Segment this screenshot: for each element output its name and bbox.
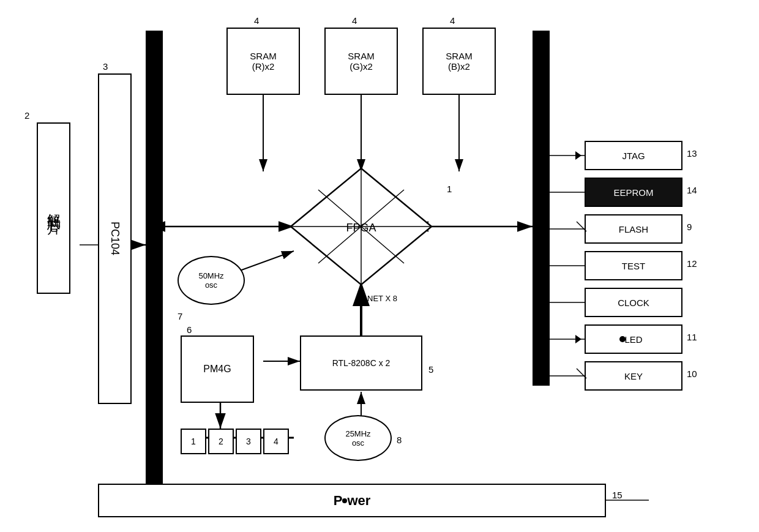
key-label: KEY: [624, 371, 643, 381]
flash-ref: 9: [687, 222, 692, 232]
pm4g-ref: 6: [187, 324, 192, 335]
sram-g-ref: 4: [352, 15, 357, 26]
clock-box: CLOCK: [585, 288, 682, 317]
left-bus-bar: [146, 31, 163, 496]
eeprom-label: EEPROM: [613, 187, 653, 198]
net-label: NET X 8: [367, 294, 397, 303]
sram-r-label: SRAM(R)x2: [250, 51, 276, 72]
power-label: Pwer: [334, 493, 371, 509]
pm4g-box: PM4G: [181, 335, 254, 403]
diagram-container: 解码芯片 2 PC104 3 SRAM(R)x2 4 SRAM(G)x2 4 S…: [0, 0, 759, 532]
decoder-label: 解码芯片: [45, 203, 63, 213]
sram-b-box: SRAM(B)x2: [422, 28, 496, 95]
flash-box: FLASH: [585, 214, 682, 244]
test-label: TEST: [622, 261, 645, 271]
led-ref: 11: [687, 332, 697, 342]
key-box: KEY: [585, 361, 682, 391]
decoder-chip: 解码芯片: [37, 122, 70, 294]
osc25-oval: 25MHzosc: [324, 415, 392, 461]
osc25-label: 25MHzosc: [345, 429, 370, 448]
rtl-label: RTL-8208C x 2: [332, 358, 391, 368]
fpga-diamond: FPGA: [288, 165, 435, 288]
svg-marker-33: [575, 151, 581, 160]
pc104-label: PC104: [108, 222, 121, 255]
osc50-ref: 7: [178, 311, 182, 321]
flash-label: FLASH: [619, 224, 648, 234]
sram-g-label: SRAM(G)x2: [348, 51, 374, 72]
rtl-box: RTL-8208C x 2: [300, 335, 422, 391]
clock-label: CLOCK: [618, 298, 649, 308]
jtag-label: JTAG: [622, 151, 645, 161]
pc104-box: PC104: [98, 73, 132, 404]
port-1: 1: [181, 429, 206, 454]
led-box: LED: [585, 324, 682, 354]
port-2: 2: [208, 429, 234, 454]
fpga-ref: 1: [447, 184, 452, 194]
sram-b-ref: 4: [450, 15, 455, 26]
eeprom-ref: 14: [687, 185, 697, 195]
svg-marker-32: [575, 335, 581, 343]
pc104-ref: 3: [103, 61, 108, 72]
port-3: 3: [236, 429, 261, 454]
port-4: 4: [263, 429, 289, 454]
sram-r-ref: 4: [254, 15, 259, 26]
test-box: TEST: [585, 251, 682, 280]
right-bus-bar: [533, 31, 550, 386]
pm4g-label: PM4G: [203, 364, 231, 375]
power-ref: 15: [612, 490, 623, 500]
key-ref: 10: [687, 369, 697, 379]
jtag-ref: 13: [687, 148, 697, 159]
jtag-box: JTAG: [585, 141, 682, 170]
decoder-ref: 2: [24, 110, 29, 121]
sram-r-box: SRAM(R)x2: [226, 28, 300, 95]
sram-g-box: SRAM(G)x2: [324, 28, 398, 95]
eeprom-box: EEPROM: [585, 178, 682, 207]
sram-b-label: SRAM(B)x2: [446, 51, 472, 72]
osc25-ref: 8: [397, 435, 402, 445]
led-label: LED: [624, 334, 642, 345]
power-box: Pwer: [98, 484, 606, 517]
osc50-oval: 50MHzosc: [178, 256, 245, 305]
test-ref: 12: [687, 258, 697, 269]
osc50-label: 50MHzosc: [198, 271, 223, 290]
rtl-ref: 5: [428, 364, 433, 375]
svg-text:FPGA: FPGA: [346, 222, 376, 234]
